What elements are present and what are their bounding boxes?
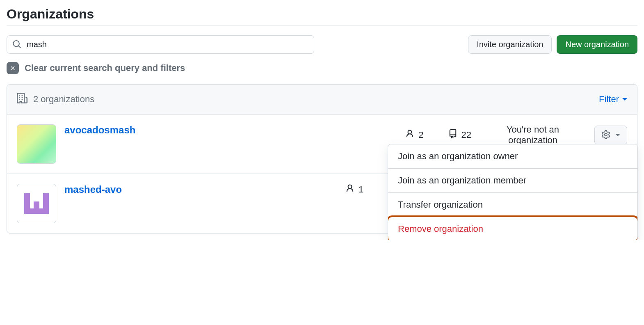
org-stats: 2 22 You're not an organization	[405, 124, 627, 146]
invite-organization-button[interactable]: Invite organization	[468, 35, 552, 54]
person-icon	[345, 184, 354, 195]
repos-count: 22	[461, 130, 471, 140]
members-count: 1	[359, 184, 363, 195]
org-actions-dropdown: Join as an organization owner Join as an…	[388, 144, 638, 240]
org-count-label: 2 organizations	[33, 94, 94, 105]
repo-icon	[448, 129, 457, 141]
search-wrap	[7, 35, 314, 54]
members-count: 2	[418, 130, 423, 140]
filter-dropdown[interactable]: Filter	[599, 94, 627, 105]
members-stat: 2	[405, 129, 423, 141]
repos-stat: 22	[448, 129, 471, 141]
toolbar: Invite organization New organization	[7, 35, 637, 54]
menu-transfer[interactable]: Transfer organization	[388, 193, 637, 217]
new-organization-button[interactable]: New organization	[557, 35, 637, 54]
menu-join-member[interactable]: Join as an organization member	[388, 169, 637, 193]
role-text: You're not an organization	[496, 124, 570, 146]
list-header: 2 organizations Filter	[7, 85, 637, 114]
org-name-col: avocadosmash	[64, 124, 237, 136]
clear-search-label: Clear current search query and filters	[25, 63, 185, 73]
chevron-down-icon	[615, 134, 620, 136]
search-input[interactable]	[7, 35, 314, 54]
top-actions: Invite organization New organization	[468, 35, 637, 54]
avatar	[17, 184, 56, 223]
org-row: avocadosmash 2 22 You're not an organiza…	[7, 114, 637, 174]
menu-remove[interactable]: Remove organization	[388, 217, 637, 240]
gear-icon	[601, 130, 610, 140]
highlight-annotation: Remove organization	[388, 215, 638, 240]
avatar	[17, 124, 56, 164]
close-icon[interactable]	[7, 62, 19, 74]
menu-join-owner[interactable]: Join as an organization owner	[388, 144, 637, 169]
chevron-down-icon	[622, 98, 627, 101]
organizations-list: 2 organizations Filter avocadosmash 2 22	[7, 84, 637, 233]
person-icon	[405, 129, 414, 141]
organization-icon	[17, 93, 27, 106]
page-title: Organizations	[7, 7, 637, 25]
members-stat: 1	[345, 184, 363, 195]
org-link[interactable]: mashed-avo	[64, 184, 122, 195]
org-name-col: mashed-avo	[64, 184, 237, 195]
svg-rect-3	[24, 208, 49, 214]
org-stats: 1	[345, 184, 363, 195]
org-count: 2 organizations	[17, 93, 94, 106]
filter-label: Filter	[599, 94, 619, 105]
settings-menu-button[interactable]	[594, 126, 627, 145]
search-icon	[12, 39, 21, 50]
clear-search-row[interactable]: Clear current search query and filters	[7, 62, 637, 74]
org-link[interactable]: avocadosmash	[64, 124, 135, 135]
